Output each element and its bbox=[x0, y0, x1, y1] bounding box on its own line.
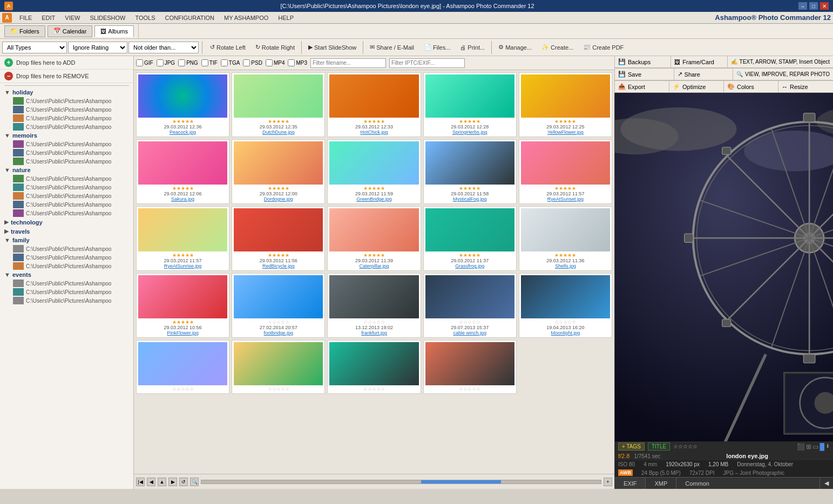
common-tab-button[interactable]: Common bbox=[676, 478, 718, 489]
photo-name-springherbs[interactable]: SpringHerbs.jpg bbox=[425, 130, 514, 135]
menu-configuration[interactable]: CONFIGURATION bbox=[161, 13, 219, 22]
menu-help[interactable]: HELP bbox=[274, 13, 298, 22]
menu-my-ashampoo[interactable]: MY ASHAMPOO bbox=[220, 13, 273, 22]
view-improve-button[interactable]: 🔍 VIEW, IMPROVE, REPAIR PHOTO bbox=[733, 69, 833, 80]
create-pdf-button[interactable]: 📰 Create PDF bbox=[579, 43, 628, 52]
mp3-checkbox[interactable] bbox=[288, 59, 295, 66]
photo-cell-dordogne[interactable]: ★★★★★ 29.03.2012 12:00 Dordogne.jpg bbox=[232, 139, 325, 204]
sidebar-subitem-family-3[interactable]: C:\Users\Public\Pictures\Ashampoo bbox=[0, 262, 133, 270]
photo-name-moonlight[interactable]: Moonlight.jpg bbox=[521, 330, 610, 336]
psd-checkbox[interactable] bbox=[243, 59, 250, 66]
sidebar-subitem-events-1[interactable]: C:\Users\Public\Pictures\Ashampoo bbox=[0, 279, 133, 288]
photo-cell-yellowflower[interactable]: ★★★★★ 29.03.2012 12:25 YellowFlower.jpg bbox=[519, 72, 612, 137]
sidebar-subitem-nature-1[interactable]: C:\Users\Public\Pictures\Ashampoo bbox=[0, 174, 133, 183]
photo-cell-shells[interactable]: ★★★★★ 29.03.2012 11:36 Shells.jpg bbox=[519, 206, 612, 271]
sidebar-subitem-nature-2[interactable]: C:\Users\Public\Pictures\Ashampoo bbox=[0, 183, 133, 192]
backups-button[interactable]: 💾 Backups bbox=[615, 56, 671, 68]
sidebar-item-travels[interactable]: ▶ travels bbox=[0, 227, 133, 236]
menu-slideshow[interactable]: SLIDESHOW bbox=[85, 13, 130, 22]
photo-name-shells[interactable]: Shells.jpg bbox=[521, 263, 610, 269]
photo-name-peacock[interactable]: Peacock.jpg bbox=[138, 130, 227, 135]
nav-up-button[interactable]: ▲ bbox=[158, 478, 166, 486]
rotate-left-button[interactable]: ↺ Rotate Left bbox=[206, 43, 250, 52]
sidebar-subitem-holiday-1[interactable]: C:\Users\Public\Pictures\Ashampoo bbox=[0, 97, 133, 105]
share-button[interactable]: ✉ Share / E-Mail bbox=[365, 43, 418, 52]
gif-checkbox-label[interactable]: GIF bbox=[136, 59, 153, 66]
jpg-checkbox[interactable] bbox=[157, 59, 164, 66]
photo-name-pinkflower[interactable]: PinkFlower.jpg bbox=[138, 330, 227, 336]
sidebar-item-memoirs[interactable]: ▼ memoirs bbox=[0, 131, 133, 140]
sidebar-subitem-nature-4[interactable]: C:\Users\Public\Pictures\Ashampoo bbox=[0, 200, 133, 209]
photo-cell-grassfrog[interactable]: ★★★★★ 29.03.2012 11:37 Grassfrog.jpg bbox=[423, 206, 517, 271]
photo-cell-redbicycle[interactable]: ★★★★★ 29.03.2012 11:56 RedBicycle.jpg bbox=[232, 206, 325, 271]
photo-name-dordogne[interactable]: Dordogne.jpg bbox=[234, 196, 323, 202]
photo-name-greenbridge[interactable]: GreenBridge.jpg bbox=[329, 196, 418, 202]
photo-name-ryeatsunrise[interactable]: RyeAtSunrise.jpg bbox=[138, 263, 227, 269]
mp4-checkbox-label[interactable]: MP4 bbox=[266, 59, 285, 66]
tga-checkbox[interactable] bbox=[221, 59, 228, 66]
menu-view[interactable]: VIEW bbox=[60, 13, 84, 22]
photo-name-mysticalfog[interactable]: MysticalFog.jpg bbox=[425, 196, 514, 202]
photo-cell-greenbridge[interactable]: ★★★★★ 29.03.2012 11:59 GreenBridge.jpg bbox=[327, 139, 421, 204]
drop-zone-remove[interactable]: − Drop files here to REMOVE bbox=[0, 70, 133, 83]
create-button[interactable]: ✨ Create... bbox=[537, 43, 578, 52]
export-button[interactable]: 📤 Export bbox=[615, 81, 669, 92]
type-filter-select[interactable]: All Types bbox=[2, 42, 67, 53]
photo-cell-frankfurt[interactable]: ☆☆☆☆☆ 13.12.2013 19:02 frankfurt.jpg bbox=[327, 273, 421, 338]
expand-panel-button[interactable]: ◀ bbox=[820, 478, 833, 489]
photo-cell-dutchdune[interactable]: ★★★★★ 29.03.2012 12:35 DutchDune.jpg bbox=[232, 72, 325, 137]
sidebar-subitem-holiday-4[interactable]: C:\Users\Public\Pictures\Ashampoo bbox=[0, 122, 133, 131]
calendar-tab[interactable]: 📅 Calendar bbox=[48, 25, 93, 37]
sidebar-subitem-memoirs-1[interactable]: C:\Users\Public\Pictures\Ashampoo bbox=[0, 140, 133, 148]
date-filter-select[interactable]: Not older than... bbox=[128, 42, 199, 53]
albums-tab[interactable]: 🖼 Albums bbox=[94, 25, 134, 37]
jpg-checkbox-label[interactable]: JPG bbox=[157, 59, 175, 66]
exif-tab-button[interactable]: EXIF bbox=[615, 478, 646, 489]
nav-refresh-button[interactable]: ↺ bbox=[179, 478, 188, 486]
photo-cell-sunflower[interactable]: ☆☆☆☆☆ bbox=[232, 340, 325, 394]
photo-cell-pinkflower[interactable]: ★★★★★ 29.03.2012 10:56 PinkFlower.jpg bbox=[136, 273, 229, 338]
optimize-button[interactable]: ⚡ Optimize bbox=[669, 81, 724, 92]
sidebar-subitem-family-1[interactable]: C:\Users\Public\Pictures\Ashampoo bbox=[0, 244, 133, 253]
sidebar-subitem-nature-3[interactable]: C:\Users\Public\Pictures\Ashampoo bbox=[0, 192, 133, 200]
filename-filter-input[interactable] bbox=[310, 58, 386, 68]
xmp-tab-button[interactable]: XMP bbox=[646, 478, 676, 489]
menu-edit[interactable]: EDIT bbox=[37, 13, 59, 22]
slideshow-button[interactable]: ▶ Start SlideShow bbox=[304, 43, 361, 52]
photo-cell-butterfly[interactable]: ☆☆☆☆☆ bbox=[423, 340, 517, 394]
rating-filter-select[interactable]: Ignore Rating bbox=[68, 42, 127, 53]
sidebar-item-nature[interactable]: ▼ nature bbox=[0, 166, 133, 174]
sidebar-item-events[interactable]: ▼ events bbox=[0, 270, 133, 279]
tga-checkbox-label[interactable]: TGA bbox=[221, 59, 240, 66]
manage-button[interactable]: ⚙ Manage... bbox=[494, 43, 536, 52]
view-icon-2[interactable]: ⊞ bbox=[806, 443, 811, 451]
sidebar-subitem-family-2[interactable]: C:\Users\Public\Pictures\Ashampoo bbox=[0, 253, 133, 262]
title-button[interactable]: TITLE bbox=[648, 442, 670, 451]
photo-cell-wind[interactable]: ☆☆☆☆☆ bbox=[136, 340, 229, 394]
photo-name-sakura[interactable]: Sakura.jpg bbox=[138, 196, 227, 202]
photo-name-redbicycle[interactable]: RedBicycle.jpg bbox=[234, 263, 323, 269]
photo-cell-moonlight[interactable]: ☆☆☆☆☆ 19.04.2013 16:20 Moonlight.jpg bbox=[519, 273, 612, 338]
photo-name-cable-winch[interactable]: cable winch.jpg bbox=[425, 330, 514, 336]
tif-checkbox-label[interactable]: TIF bbox=[201, 59, 218, 66]
photo-name-ryeatsunset[interactable]: RyeAtSunset.jpg bbox=[521, 196, 610, 202]
files-button[interactable]: 📄 Files... bbox=[419, 43, 455, 52]
rotate-right-button[interactable]: ↻ Rotate Right bbox=[251, 43, 299, 52]
resize-button[interactable]: ↔ Resize bbox=[778, 81, 833, 92]
png-checkbox-label[interactable]: PNG bbox=[178, 59, 198, 66]
folders-tab[interactable]: 📁 Folders bbox=[4, 25, 45, 37]
frame-card-button[interactable]: 🖼 Frame/Card bbox=[671, 56, 727, 68]
nav-prev-button[interactable]: ◀ bbox=[147, 478, 155, 486]
tags-button[interactable]: + TAGS bbox=[618, 442, 645, 451]
text-arrow-button[interactable]: ✍ TEXT, ARROW, STAMP, Insert Object bbox=[728, 56, 833, 68]
photo-cell-springherbs[interactable]: ★★★★★ 29.03.2012 12:28 SpringHerbs.jpg bbox=[423, 72, 517, 137]
photo-name-frankfurt[interactable]: frankfurt.jpg bbox=[329, 330, 418, 336]
sidebar-item-holiday[interactable]: ▼ holiday bbox=[0, 88, 133, 97]
save-button[interactable]: 💾 Save bbox=[615, 69, 674, 80]
photo-cell-mysticalfog[interactable]: ★★★★★ 29.03.2012 11:58 MysticalFog.jpg bbox=[423, 139, 517, 204]
print-button[interactable]: 🖨 Print... bbox=[456, 43, 489, 52]
photo-cell-caterpillar[interactable]: ★★★★★ 29.03.2012 11:39 Caterpillar.jpg bbox=[327, 206, 421, 271]
mp3-checkbox-label[interactable]: MP3 bbox=[288, 59, 307, 66]
sidebar-subitem-events-3[interactable]: C:\Users\Public\Pictures\Ashampoo bbox=[0, 296, 133, 305]
nav-next-button[interactable]: ▶ bbox=[168, 478, 177, 486]
